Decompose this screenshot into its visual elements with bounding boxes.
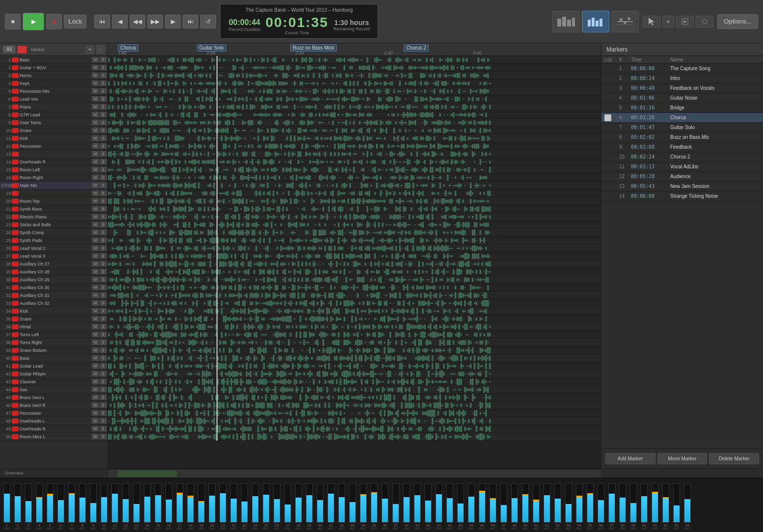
track-solo-button[interactable]: S bbox=[100, 426, 107, 431]
track-mute-button[interactable]: M bbox=[92, 80, 99, 86]
track-solo-button[interactable]: S bbox=[100, 151, 107, 157]
rewind-fast-button[interactable]: ◀◀ bbox=[130, 15, 145, 28]
track-mute-button[interactable]: M bbox=[92, 167, 99, 172]
stop-button[interactable]: ■ bbox=[5, 14, 21, 29]
track-mute-button[interactable]: M bbox=[92, 308, 99, 314]
track-row[interactable]: 17/18Main MixMS bbox=[0, 182, 108, 189]
track-mute-button[interactable]: M bbox=[92, 104, 99, 109]
waveform-row[interactable] bbox=[108, 150, 601, 158]
waveform-row[interactable] bbox=[108, 72, 601, 80]
track-row[interactable]: 41Guitar LeadMS bbox=[0, 362, 108, 370]
track-solo-button[interactable]: S bbox=[100, 379, 107, 384]
marker-row[interactable]: 400:01:06Guitar Noise bbox=[601, 93, 763, 103]
track-rec-button[interactable] bbox=[12, 419, 19, 424]
waveform-row[interactable] bbox=[108, 417, 601, 425]
track-mute-button[interactable]: M bbox=[92, 120, 99, 125]
track-rec-button[interactable] bbox=[12, 57, 19, 62]
track-row[interactable]: 27Lead Vocal 3MS bbox=[0, 252, 108, 260]
track-row[interactable]: 20Room TopMS bbox=[0, 197, 108, 205]
track-rec-button[interactable] bbox=[12, 301, 19, 306]
track-mute-button[interactable]: M bbox=[92, 222, 99, 227]
track-solo-button[interactable]: S bbox=[100, 238, 107, 243]
track-row[interactable]: 32Auxillary Ch 31MS bbox=[0, 292, 108, 299]
track-solo-button[interactable]: S bbox=[100, 96, 107, 102]
track-solo-button[interactable]: S bbox=[100, 269, 107, 274]
track-solo-button[interactable]: S bbox=[100, 316, 107, 321]
forward-fast-button[interactable]: ▶▶ bbox=[147, 15, 163, 28]
track-solo-button[interactable]: S bbox=[100, 300, 107, 306]
track-row[interactable]: 40BassMS bbox=[0, 354, 108, 362]
play-button[interactable]: ▶ bbox=[23, 13, 44, 30]
track-mute-button[interactable]: M bbox=[92, 88, 99, 94]
track-mute-button[interactable]: M bbox=[92, 434, 99, 439]
track-solo-button[interactable]: S bbox=[100, 80, 107, 86]
track-solo-button[interactable]: S bbox=[100, 128, 107, 133]
track-mute-button[interactable]: M bbox=[92, 293, 99, 298]
track-rec-button[interactable] bbox=[12, 207, 19, 212]
track-mute-button[interactable]: M bbox=[92, 245, 99, 251]
track-solo-button[interactable]: S bbox=[100, 73, 107, 78]
waveform-row[interactable] bbox=[108, 284, 601, 292]
track-mute-button[interactable]: M bbox=[92, 143, 99, 149]
track-mute-button[interactable]: M bbox=[92, 190, 99, 196]
track-mute-button[interactable]: M bbox=[92, 316, 99, 321]
track-solo-button[interactable]: S bbox=[100, 143, 107, 149]
waveform-row[interactable] bbox=[108, 111, 601, 119]
track-rec-button[interactable] bbox=[12, 254, 19, 259]
track-solo-button[interactable]: S bbox=[100, 332, 107, 337]
track-row[interactable]: 49Overheads RMS bbox=[0, 425, 108, 433]
track-rec-button[interactable] bbox=[12, 317, 19, 321]
track-solo-button[interactable]: S bbox=[100, 347, 107, 353]
track-rec-button[interactable] bbox=[12, 372, 19, 376]
meter-button-3[interactable] bbox=[611, 11, 639, 32]
track-mute-button[interactable]: M bbox=[92, 206, 99, 212]
waveform-row[interactable] bbox=[108, 307, 601, 315]
add-marker-button[interactable]: + bbox=[86, 46, 94, 53]
track-mute-button[interactable]: M bbox=[92, 269, 99, 274]
track-row[interactable]: 16Room RightMS bbox=[0, 174, 108, 182]
waveform-row[interactable] bbox=[108, 95, 601, 103]
waveform-row[interactable] bbox=[108, 386, 601, 394]
waveform-row[interactable] bbox=[108, 205, 601, 213]
marker-row[interactable]: 300:00:48Feedback on Vocals bbox=[601, 83, 763, 93]
track-row[interactable]: 46Brass Sect RMS bbox=[0, 401, 108, 409]
track-rec-button[interactable] bbox=[12, 136, 19, 141]
marker-row[interactable]: 1000:02:24Chorus 2 bbox=[601, 152, 763, 162]
remove-marker-button[interactable]: - bbox=[97, 46, 105, 53]
rewind-button[interactable]: ◀ bbox=[112, 15, 128, 28]
waveform-row[interactable] bbox=[108, 299, 601, 307]
track-row[interactable]: 12PercussionMS bbox=[0, 142, 108, 150]
track-mute-button[interactable]: M bbox=[92, 332, 99, 337]
track-mute-button[interactable]: M bbox=[92, 363, 99, 369]
track-row[interactable]: 11KickMS bbox=[0, 134, 108, 142]
waveform-row[interactable] bbox=[108, 362, 601, 370]
all-tracks-button[interactable]: All bbox=[3, 46, 15, 53]
track-rec-button[interactable] bbox=[12, 89, 19, 94]
track-row[interactable]: 23Sticks and BellsMS bbox=[0, 221, 108, 229]
track-solo-button[interactable]: S bbox=[100, 395, 107, 400]
track-mute-button[interactable]: M bbox=[92, 253, 99, 259]
waveform-row[interactable] bbox=[108, 237, 601, 244]
track-row[interactable]: 45Brass Sect LMS bbox=[0, 394, 108, 401]
track-mute-button[interactable]: M bbox=[92, 57, 99, 62]
track-mute-button[interactable]: M bbox=[92, 410, 99, 416]
waveform-row[interactable] bbox=[108, 346, 601, 354]
track-rec-button[interactable] bbox=[12, 262, 19, 266]
track-row[interactable]: 50Room Mics LMS bbox=[0, 433, 108, 441]
timeline-ruler[interactable]: 1:402:002:202:403:00ChorusGuitar SoloBuz… bbox=[108, 43, 601, 56]
track-row[interactable]: 8GTR LeadMS bbox=[0, 111, 108, 119]
track-solo-button[interactable]: S bbox=[100, 410, 107, 416]
waveform-row[interactable] bbox=[108, 134, 601, 142]
track-mute-button[interactable]: M bbox=[92, 347, 99, 353]
track-solo-button[interactable]: S bbox=[100, 285, 107, 290]
track-solo-button[interactable]: S bbox=[100, 57, 107, 62]
track-mute-button[interactable]: M bbox=[92, 183, 99, 188]
marker-row[interactable]: 200:00:24Intro bbox=[601, 74, 763, 83]
overview-content[interactable] bbox=[108, 469, 601, 478]
track-row[interactable]: 5Percussion MixMS bbox=[0, 87, 108, 95]
delete-marker-action-button[interactable]: Delete Marker bbox=[709, 453, 759, 464]
waveform-row[interactable] bbox=[108, 158, 601, 166]
track-solo-button[interactable]: S bbox=[100, 120, 107, 125]
record-all-button[interactable] bbox=[17, 46, 27, 53]
marker-row[interactable]: 100:00:00The Capture Song bbox=[601, 64, 763, 74]
